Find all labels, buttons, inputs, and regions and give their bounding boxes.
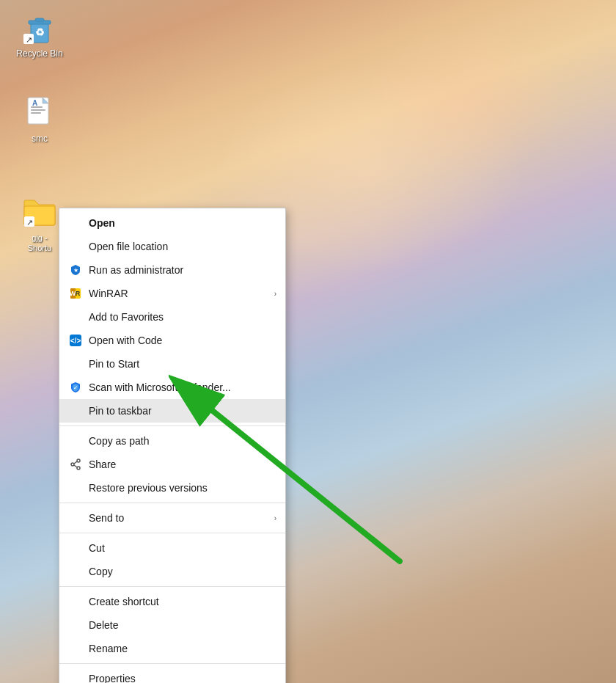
svg-line-28 bbox=[74, 465, 77, 467]
properties-label: Properties bbox=[89, 673, 276, 683]
create-shortcut-icon bbox=[68, 594, 83, 609]
context-menu-pin-to-taskbar[interactable]: Pin to taskbar bbox=[59, 399, 285, 423]
separator-5 bbox=[59, 663, 285, 664]
svg-text:✓: ✓ bbox=[73, 385, 78, 390]
open-file-location-label: Open file location bbox=[89, 241, 276, 252]
svg-text:↗: ↗ bbox=[26, 35, 32, 44]
smc-file-icon[interactable]: A smc bbox=[10, 95, 69, 145]
context-menu-run-as-admin[interactable]: ★ Run as administrator bbox=[59, 258, 285, 282]
send-to-arrow: › bbox=[274, 514, 276, 522]
context-menu-create-shortcut[interactable]: Create shortcut bbox=[59, 590, 285, 613]
context-menu-cut[interactable]: Cut bbox=[59, 536, 285, 560]
pin-to-start-label: Pin to Start bbox=[89, 358, 276, 370]
share-label: Share bbox=[89, 459, 276, 470]
context-menu-open-with-code[interactable]: </> Open with Code bbox=[59, 329, 285, 352]
winrar-icon: W R bbox=[68, 286, 83, 301]
rename-label: Rename bbox=[89, 643, 276, 654]
cut-icon bbox=[68, 541, 83, 555]
create-shortcut-label: Create shortcut bbox=[89, 596, 276, 607]
svg-point-26 bbox=[77, 467, 80, 470]
svg-rect-10 bbox=[31, 109, 45, 111]
context-menu-delete[interactable]: Delete bbox=[59, 613, 285, 637]
delete-icon bbox=[68, 618, 83, 632]
separator-4 bbox=[59, 586, 285, 587]
context-menu-scan-defender[interactable]: ✓ Scan with Microsoft Defender... bbox=[59, 376, 285, 399]
run-as-admin-icon: ★ bbox=[68, 263, 83, 277]
context-menu-restore-versions[interactable]: Restore previous versions bbox=[59, 476, 285, 500]
open-with-code-label: Open with Code bbox=[89, 335, 276, 346]
defender-icon: ✓ bbox=[68, 380, 83, 395]
svg-text:</>: </> bbox=[70, 337, 81, 345]
add-favorites-icon bbox=[68, 310, 83, 324]
copy-as-path-icon bbox=[68, 434, 83, 448]
send-to-label: Send to bbox=[89, 512, 274, 524]
svg-rect-11 bbox=[31, 112, 41, 114]
context-menu-open-file-location[interactable]: Open file location bbox=[59, 235, 285, 258]
shortcut-folder-image: ↗ bbox=[22, 194, 57, 230]
context-menu-copy[interactable]: Copy bbox=[59, 560, 285, 583]
open-file-location-icon bbox=[68, 239, 83, 254]
shortcut-folder-label: gjg -Shortu bbox=[28, 233, 51, 254]
separator-2 bbox=[59, 503, 285, 503]
open-label: Open bbox=[89, 217, 276, 229]
smc-label: smc bbox=[32, 134, 48, 145]
scan-defender-label: Scan with Microsoft Defender... bbox=[89, 381, 276, 393]
winrar-arrow: › bbox=[274, 290, 276, 298]
context-menu-copy-as-path[interactable]: Copy as path bbox=[59, 429, 285, 453]
svg-text:★: ★ bbox=[73, 267, 78, 274]
send-to-icon bbox=[68, 511, 83, 525]
recycle-bin-label: Recycle Bin bbox=[16, 48, 62, 60]
context-menu-add-favorites[interactable]: Add to Favorites bbox=[59, 305, 285, 329]
svg-text:A: A bbox=[32, 99, 37, 107]
svg-point-25 bbox=[71, 463, 74, 466]
recycle-bin-icon[interactable]: ♻ ↗ Recycle Bin bbox=[10, 10, 69, 60]
copy-icon bbox=[68, 564, 83, 579]
cut-label: Cut bbox=[89, 542, 276, 554]
properties-icon bbox=[68, 671, 83, 683]
context-menu-rename[interactable]: Rename bbox=[59, 637, 285, 660]
recycle-bin-image: ♻ ↗ bbox=[22, 10, 57, 45]
svg-line-27 bbox=[74, 461, 77, 464]
restore-versions-icon bbox=[68, 481, 83, 495]
add-favorites-label: Add to Favorites bbox=[89, 311, 276, 323]
smc-file-image: A bbox=[22, 95, 57, 131]
run-as-admin-label: Run as administrator bbox=[89, 264, 276, 276]
svg-text:↗: ↗ bbox=[26, 218, 33, 227]
winrar-label: WinRAR bbox=[89, 288, 274, 299]
pin-to-start-icon bbox=[68, 357, 83, 371]
vscode-icon: </> bbox=[68, 333, 83, 348]
svg-text:♻: ♻ bbox=[35, 26, 45, 38]
rename-icon bbox=[68, 641, 83, 656]
svg-rect-2 bbox=[35, 18, 44, 21]
delete-label: Delete bbox=[89, 619, 276, 631]
context-menu-open[interactable]: Open bbox=[59, 211, 285, 235]
separator-1 bbox=[59, 425, 285, 426]
share-icon bbox=[68, 457, 83, 472]
context-menu-send-to[interactable]: Send to › bbox=[59, 506, 285, 530]
open-icon bbox=[68, 216, 83, 230]
context-menu: Open Open file location ★ Run as adminis… bbox=[59, 208, 286, 683]
context-menu-share[interactable]: Share bbox=[59, 453, 285, 476]
context-menu-winrar[interactable]: W R WinRAR › bbox=[59, 282, 285, 305]
separator-3 bbox=[59, 533, 285, 533]
copy-label: Copy bbox=[89, 566, 276, 577]
svg-point-24 bbox=[77, 459, 80, 462]
copy-as-path-label: Copy as path bbox=[89, 435, 276, 447]
svg-text:R: R bbox=[76, 290, 81, 297]
context-menu-properties[interactable]: Properties bbox=[59, 667, 285, 683]
pin-to-taskbar-icon bbox=[68, 403, 83, 418]
restore-versions-label: Restore previous versions bbox=[89, 482, 276, 494]
context-menu-pin-to-start[interactable]: Pin to Start bbox=[59, 352, 285, 376]
pin-to-taskbar-label: Pin to taskbar bbox=[89, 405, 276, 417]
